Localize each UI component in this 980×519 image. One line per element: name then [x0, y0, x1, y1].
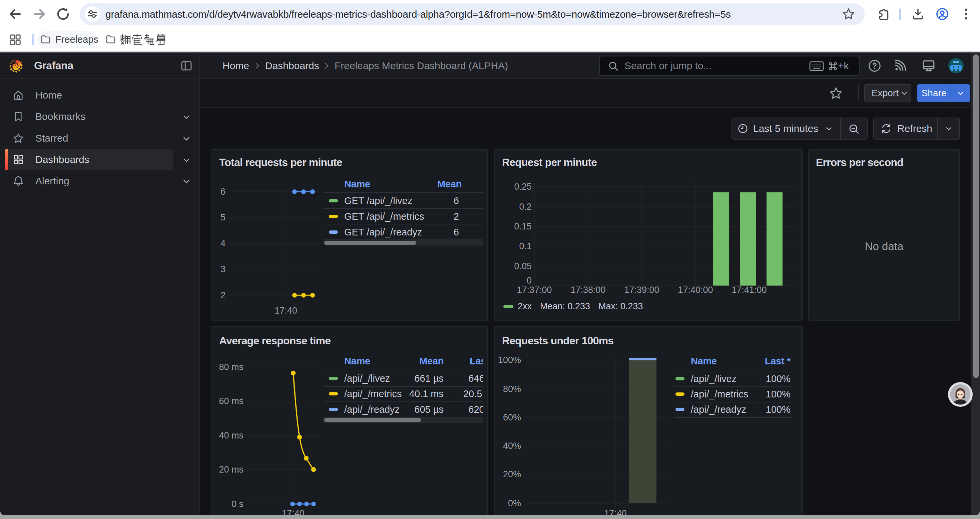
svg-text:0.1: 0.1 [519, 241, 532, 251]
svg-text:0: 0 [527, 276, 532, 286]
svg-text:2: 2 [221, 290, 226, 300]
svg-text:3: 3 [221, 264, 226, 274]
svg-text:0.05: 0.05 [514, 261, 532, 271]
svg-text:17:39:00: 17:39:00 [624, 285, 659, 295]
svg-text:0.2: 0.2 [519, 202, 532, 212]
svg-text:20%: 20% [503, 469, 521, 479]
svg-text:0%: 0% [508, 498, 521, 508]
svg-text:0.15: 0.15 [514, 222, 532, 232]
svg-text:80 ms: 80 ms [219, 362, 243, 372]
svg-text:60 ms: 60 ms [219, 396, 243, 406]
svg-text:40%: 40% [503, 441, 521, 451]
svg-text:60%: 60% [503, 412, 521, 423]
svg-text:0.25: 0.25 [514, 182, 532, 192]
svg-text:0 s: 0 s [231, 499, 243, 509]
svg-text:4: 4 [221, 238, 226, 249]
svg-text:17:38:00: 17:38:00 [570, 285, 605, 295]
svg-text:80%: 80% [503, 384, 521, 394]
svg-text:17:41:00: 17:41:00 [732, 285, 767, 295]
svg-text:17:40: 17:40 [282, 508, 305, 515]
svg-text:17:40: 17:40 [604, 508, 627, 515]
svg-text:6: 6 [221, 187, 226, 197]
svg-text:17:40: 17:40 [275, 306, 297, 316]
svg-text:17:40:00: 17:40:00 [678, 285, 713, 295]
svg-text:5: 5 [221, 212, 226, 222]
svg-text:20 ms: 20 ms [219, 465, 243, 474]
svg-text:17:37:00: 17:37:00 [517, 285, 552, 295]
svg-text:40 ms: 40 ms [219, 431, 243, 441]
svg-text:100%: 100% [498, 355, 521, 365]
